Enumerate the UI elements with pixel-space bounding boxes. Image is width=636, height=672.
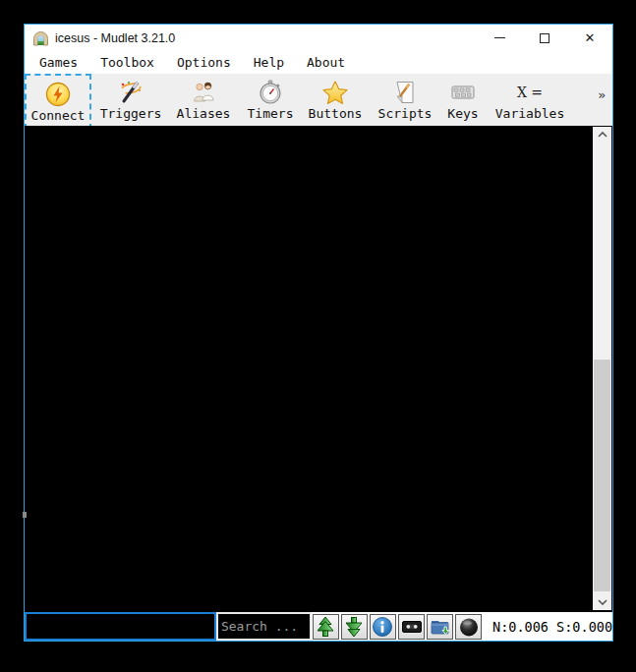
- latency-status-text: N:0.006 S:0.000: [492, 619, 612, 635]
- desktop-background: icesus - Mudlet 3.21.0 ✕ Games Toolbox O…: [0, 0, 636, 672]
- game-console[interactable]: [25, 126, 612, 612]
- logging-button[interactable]: [398, 614, 425, 640]
- left-border-grip[interactable]: [23, 512, 27, 518]
- scrollbar-down-arrow[interactable]: [593, 594, 611, 610]
- window-title: icesus - Mudlet 3.21.0: [55, 31, 175, 45]
- toolbar-triggers-label: Triggers: [100, 106, 162, 121]
- mudlet-window: icesus - Mudlet 3.21.0 ✕ Games Toolbox O…: [24, 24, 613, 642]
- info-button[interactable]: [370, 614, 396, 640]
- search-input[interactable]: [216, 612, 312, 641]
- menu-about[interactable]: About: [301, 53, 351, 72]
- connect-lightning-icon: [45, 81, 71, 108]
- command-input[interactable]: [25, 612, 216, 641]
- menu-help[interactable]: Help: [248, 53, 290, 72]
- toolbar-keys-label: Keys: [447, 106, 478, 121]
- menu-bar: Games Toolbox Options Help About: [25, 51, 612, 74]
- menu-toolbox[interactable]: Toolbox: [94, 53, 160, 72]
- toolbar-aliases-button[interactable]: Aliases: [166, 74, 241, 126]
- toolbar-triggers-button[interactable]: Triggers: [95, 74, 166, 126]
- toolbar-connect-label: Connect: [31, 108, 86, 123]
- replay-button[interactable]: [427, 614, 453, 640]
- mute-button[interactable]: [455, 614, 482, 640]
- toolbar-timers-label: Timers: [248, 106, 294, 121]
- title-bar[interactable]: icesus - Mudlet 3.21.0 ✕: [25, 25, 612, 51]
- triggers-wand-icon: [117, 79, 145, 106]
- main-toolbar: Connect Triggers: [25, 74, 612, 126]
- maximize-button[interactable]: [522, 25, 567, 51]
- close-button[interactable]: ✕: [567, 25, 612, 51]
- timers-stopwatch-icon: [258, 79, 283, 106]
- toolbar-timers-button[interactable]: Timers: [241, 74, 300, 126]
- mudlet-app-icon: [32, 30, 49, 46]
- toolbar-variables-label: Variables: [495, 106, 564, 121]
- toolbar-aliases-label: Aliases: [177, 106, 231, 121]
- aliases-people-icon: [191, 79, 216, 106]
- window-controls: ✕: [477, 25, 612, 51]
- toolbar-overflow-chevron[interactable]: »: [598, 87, 606, 102]
- close-icon: ✕: [585, 31, 596, 44]
- keys-keyboard-icon: [450, 79, 476, 106]
- minimize-icon: [494, 37, 505, 38]
- replay-folder-icon: [430, 616, 451, 638]
- toolbar-scripts-label: Scripts: [378, 106, 433, 121]
- latency-status: N:0.006 S:0.000: [483, 612, 612, 641]
- toolbar-buttons-button[interactable]: Buttons: [300, 74, 371, 126]
- chevron-down-icon: [598, 599, 607, 605]
- variables-icon: X =: [517, 79, 543, 106]
- logging-cassette-icon: [401, 616, 423, 638]
- scrollbar-up-arrow[interactable]: [593, 127, 611, 142]
- bottom-bar: N:0.006 S:0.000: [25, 612, 612, 641]
- scroll-up-icon: [315, 616, 336, 638]
- toolbar-keys-button[interactable]: Keys: [439, 74, 487, 126]
- menu-games[interactable]: Games: [33, 53, 84, 72]
- console-scrollbar[interactable]: [593, 127, 611, 610]
- toolbar-scripts-button[interactable]: Scripts: [371, 74, 439, 126]
- scripts-page-icon: [392, 79, 418, 106]
- menu-options[interactable]: Options: [171, 53, 237, 72]
- scrollbar-thumb[interactable]: [594, 360, 610, 591]
- toolbar-connect-button[interactable]: Connect: [25, 74, 91, 130]
- scroll-down-button[interactable]: [341, 614, 368, 640]
- mute-ball-icon: [458, 616, 480, 638]
- chevron-up-icon: [598, 132, 607, 138]
- scroll-up-button[interactable]: [313, 614, 339, 640]
- maximize-icon: [540, 33, 549, 43]
- toolbar-variables-button[interactable]: X = Variables: [487, 74, 573, 126]
- scroll-down-icon: [343, 616, 365, 638]
- minimize-button[interactable]: [477, 25, 522, 51]
- toolbar-buttons-label: Buttons: [309, 106, 363, 121]
- info-icon: [372, 616, 393, 638]
- buttons-star-icon: [321, 79, 349, 106]
